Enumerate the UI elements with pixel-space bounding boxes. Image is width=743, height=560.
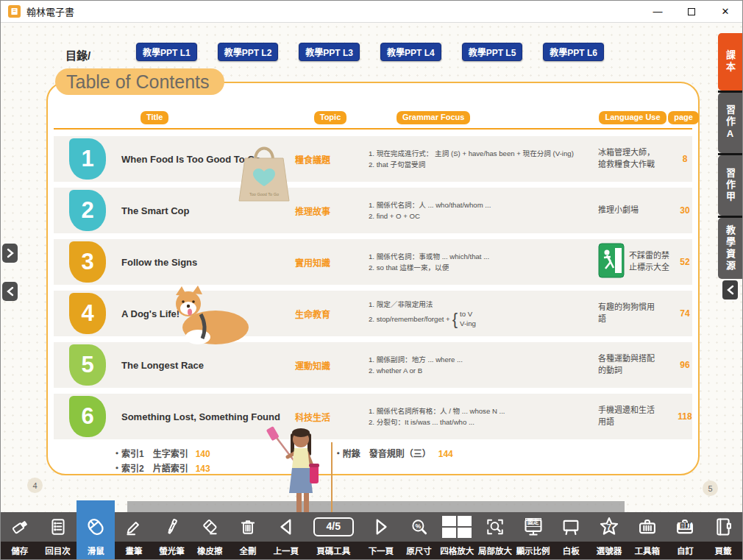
tab-teaching-resources[interactable]: 教學資源 (718, 218, 742, 279)
tool-prev-page[interactable]: 上一頁 (267, 512, 305, 559)
ppt-l2-button[interactable]: 教學PPT L2 (218, 43, 279, 61)
mouse-icon (77, 512, 115, 542)
column-header-title: Title (141, 111, 168, 124)
pen-icon (115, 512, 153, 542)
tool-page-number[interactable]: 4/5 頁碼工具 (305, 512, 363, 559)
unit-number-badge: 2 (69, 190, 106, 231)
unit-title: Something Lost, Something Found (121, 411, 295, 422)
tool-pen[interactable]: 畫筆 (115, 512, 153, 559)
tab-workbook-a[interactable]: 習作A (718, 93, 742, 153)
unit-row-1: 1 When Food Is Too Good To Go 糧食議題 1. 現在… (54, 136, 692, 182)
unit-language-use: 有趣的狗狗慣用語 (598, 302, 670, 325)
page-tab-icon (704, 512, 742, 542)
window-controls: — ✕ (641, 1, 742, 23)
toc-card: Title Topic Grammar Focus Language Use p… (46, 82, 700, 475)
unit-language-use: 手機週邊和生活用語 (598, 405, 670, 428)
appendix-entry: ・附錄 發音規則（三）144 (334, 447, 453, 461)
tool-eraser[interactable]: 橡皮擦 (191, 512, 229, 559)
delete-all-icon (229, 512, 267, 542)
tool-mouse[interactable]: 滑鼠 (77, 512, 115, 559)
unit-number-badge: 1 (69, 138, 106, 180)
brace-glyph: { (452, 311, 458, 327)
unit-number-badge: 4 (69, 293, 106, 334)
unit-language-use: 冰箱管理大師，搶救糧食大作戰 (598, 147, 670, 171)
app-icon (8, 5, 21, 18)
ppt-l3-button[interactable]: 教學PPT L3 (299, 43, 360, 61)
tool-custom[interactable]: 自訂 自訂 (666, 512, 705, 559)
tab-textbook[interactable]: 課本 (718, 33, 742, 91)
unit-page-number: 118 (670, 411, 700, 422)
tool-toolbox[interactable]: 工具箱 (628, 512, 666, 559)
tool-save[interactable]: 儲存 (1, 512, 39, 559)
unit-row-5: 5 The Longest Race 運動知識 1. 關係副詞：地方 ... w… (54, 342, 692, 388)
tool-next-page[interactable]: 下一頁 (362, 512, 400, 559)
page-indicator-box[interactable]: 4/5 (313, 517, 354, 536)
breadcrumb: 目錄/ (65, 47, 90, 63)
svg-text:%: % (415, 522, 421, 530)
fixed-badge: 固定 (525, 518, 541, 527)
tool-original-size[interactable]: % 原尺寸 (400, 512, 438, 559)
unit-grammar: 1. 關係代名詞所有格：人 / 物 ... whose N ... 2. 分裂句… (369, 405, 598, 428)
tool-display-ratio[interactable]: 固定 顯示比例 (514, 512, 552, 559)
column-header-grammar: Grammar Focus (397, 111, 470, 124)
tool-page-tab[interactable]: 頁籤 (704, 512, 742, 559)
tab-workbook-jia[interactable]: 習作甲 (718, 155, 742, 216)
four-pane-zoom-icon (438, 512, 476, 542)
original-size-icon: % (400, 512, 438, 542)
unit-row-2: 2 The Smart Cop 推理故事 1. 關係代名詞：人 ... who/… (54, 188, 692, 233)
unit-number-badge: 6 (69, 396, 106, 437)
column-header-page: page (668, 111, 699, 124)
unit-grammar: 1. 關係代名詞：人 ... who/that/whom ... 2. find… (369, 199, 598, 222)
page-title: Table of Contents (55, 68, 224, 95)
tool-area-zoom[interactable]: 局部放大 (476, 512, 514, 559)
unit-number-badge: 3 (69, 241, 106, 283)
maximize-button[interactable] (675, 1, 708, 23)
woman-illustration (264, 425, 345, 520)
tool-four-pane-zoom[interactable]: 四格放大 (438, 512, 476, 559)
tool-whiteboard[interactable]: 白板 (552, 512, 590, 559)
eraser-icon (191, 512, 229, 542)
tool-number-picker[interactable]: 7 選號器 (590, 512, 628, 559)
number-picker-icon: 7 (590, 512, 628, 542)
back-to-toc-icon (39, 512, 77, 542)
unit-page-number: 74 (670, 308, 700, 319)
ppt-l5-button[interactable]: 教學PPT L5 (462, 43, 523, 61)
exit-sign-illustration (598, 243, 625, 282)
tool-back-to-toc[interactable]: 回目次 (39, 512, 77, 559)
unit-grammar: 1. 限定／非限定用法 2. stop/remember/forget + { … (369, 299, 598, 328)
unit-language-use: 不踩雷的禁止標示大全 (598, 243, 670, 282)
svg-text:7: 7 (607, 522, 611, 531)
window-title: 翰林電子書 (26, 4, 74, 18)
prev-page-icon (267, 512, 305, 542)
tool-highlighter[interactable]: 螢光筆 (153, 512, 191, 559)
ppt-l1-button[interactable]: 教學PPT L1 (136, 43, 197, 61)
dog-illustration (166, 285, 252, 350)
custom-toolbox-icon: 自訂 (666, 512, 705, 542)
minimize-button[interactable]: — (641, 1, 675, 23)
svg-text:Too Good To Go: Too Good To Go (249, 192, 279, 196)
close-button[interactable]: ✕ (708, 1, 742, 23)
window-titlebar: 翰林電子書 — ✕ (1, 1, 742, 23)
unit-topic: 科技生活 (295, 411, 369, 423)
unit-page-number: 96 (670, 360, 700, 370)
unit-topic: 糧食議題 (295, 153, 369, 166)
index-entry: ・索引2 片語索引143 (113, 461, 210, 476)
panel-collapse-left-button[interactable] (2, 282, 18, 301)
panel-expand-right-button[interactable] (2, 244, 18, 263)
column-header-topic: Topic (314, 111, 347, 124)
unit-topic: 實用知識 (295, 256, 369, 269)
unit-grammar: 1. 現在完成進行式： 主詞 (S) + have/has been + 現在分… (369, 148, 598, 171)
unit-grammar: 1. 關係副詞：地方 ... where ... 2. whether A or… (369, 354, 598, 377)
tool-delete-all[interactable]: 全刪 (229, 512, 267, 559)
next-page-icon (362, 512, 400, 542)
right-sidebar: 課本 習作A 習作甲 教學資源 (718, 33, 742, 300)
left-page-number: 4 (27, 478, 43, 493)
ppt-l4-button[interactable]: 教學PPT L4 (380, 43, 441, 61)
maximize-icon (688, 8, 695, 15)
sidebar-collapse-button[interactable] (722, 280, 738, 300)
unit-language-use: 推理小劇場 (598, 205, 670, 216)
unit-topic: 推理故事 (295, 205, 369, 217)
unit-row-3: 3 Follow the Signs 實用知識 1. 關係代名詞：事或物 ...… (54, 239, 692, 285)
ppt-l6-button[interactable]: 教學PPT L6 (543, 43, 604, 61)
paper-bag-illustration: Too Good To Go (233, 141, 295, 207)
